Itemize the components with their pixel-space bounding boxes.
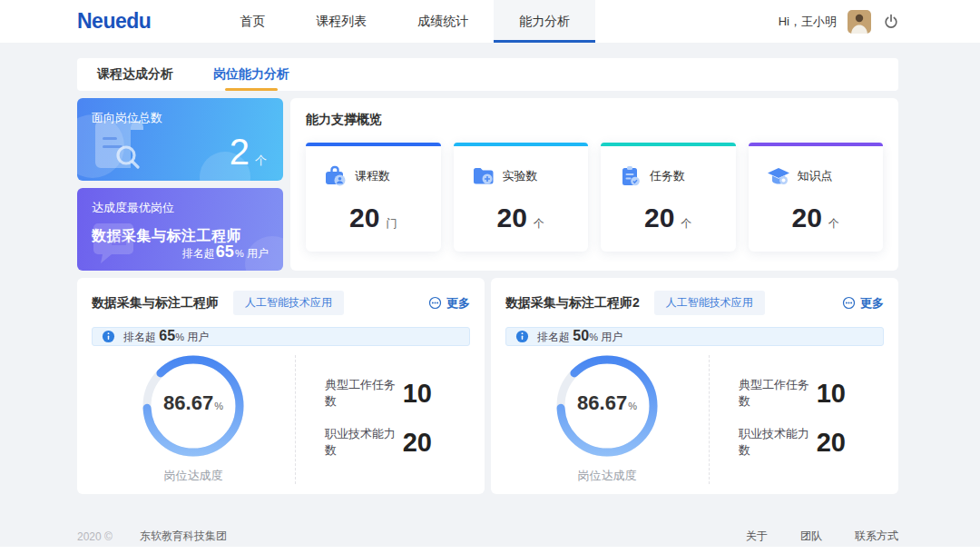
accent-strip: [749, 143, 884, 146]
more-link[interactable]: 更多: [842, 295, 884, 312]
tab-course-achievement[interactable]: 课程达成分析: [97, 58, 173, 91]
achievement-donut-section: 86.67 % 岗位达成度: [505, 355, 710, 484]
rank-text: 排名超 50% 用户: [537, 328, 622, 345]
overview-title: 能力支撑概览: [306, 112, 883, 128]
chat-bubble-icon: [92, 222, 141, 267]
stat-row-tech-abilities: 职业技术能力数 20: [325, 426, 432, 459]
course-count: 20 门: [306, 203, 441, 233]
position-panel-1: 数据采集与标注工程师 人工智能技术应用 更多 排名超 65% 用: [77, 278, 485, 494]
donut-chart: 86.67 %: [556, 355, 658, 457]
bottom-strip: [0, 547, 980, 554]
position-panel-2: 数据采集与标注工程师2 人工智能技术应用 更多 排名超 50%: [491, 278, 898, 494]
graduation-cap-icon: [767, 164, 790, 188]
overview-card-tasks: 任务数 20 个: [601, 143, 736, 252]
donut-percent: 86.67 %: [556, 355, 658, 457]
rank-info-bar: 排名超 50% 用户: [505, 327, 884, 346]
rank-info-bar: 排名超 65% 用户: [92, 327, 470, 346]
position-tag: 人工智能技术应用: [654, 291, 765, 315]
neuedu-logo: Neuedu: [77, 9, 151, 34]
top-navbar: Neuedu 首页 课程列表 成绩统计 能力分析 Hi，王小明: [0, 0, 980, 43]
analysis-tabbar: 课程达成分析 岗位能力分析: [77, 58, 898, 91]
total-positions-card: 面向岗位总数 2 个: [77, 98, 283, 181]
summary-column: 面向岗位总数 2 个: [77, 98, 283, 271]
rank-text: 排名超 65% 用户: [123, 328, 209, 345]
position-title: 数据采集与标注工程师2: [505, 295, 640, 312]
more-ellipsis-icon: [842, 296, 856, 310]
document-search-icon: [90, 117, 153, 173]
footer-links: 关于 团队 联系方式: [746, 529, 898, 544]
experiment-count: 20 个: [454, 203, 589, 233]
accent-strip: [601, 143, 736, 146]
knowledge-count: 20 个: [749, 203, 884, 233]
tab-position-ability[interactable]: 岗位能力分析: [213, 58, 289, 91]
position-stats: 典型工作任务数 10 职业技术能力数 20: [296, 355, 470, 484]
donut-label: 岗位达成度: [578, 468, 637, 484]
stat-row-typical-tasks: 典型工作任务数 10: [739, 377, 846, 410]
footer-link-team[interactable]: 团队: [800, 529, 822, 544]
achievement-donut-section: 86.67 % 岗位达成度: [92, 355, 296, 484]
footer-link-contact[interactable]: 联系方式: [855, 529, 898, 544]
position-title: 数据采集与标注工程师: [92, 295, 219, 312]
nav-item-home[interactable]: 首页: [214, 0, 290, 43]
footer-link-about[interactable]: 关于: [746, 529, 768, 544]
nav-item-grade-stats[interactable]: 成绩统计: [392, 0, 494, 43]
donut-chart: 86.67 %: [142, 355, 244, 457]
active-tab-underline: [225, 88, 278, 91]
task-count: 20 个: [601, 203, 736, 233]
copyright-year: 2020 ©: [77, 530, 113, 543]
capability-overview-panel: 能力支撑概览 课程数 20: [290, 98, 898, 271]
briefcase-icon: [324, 164, 348, 188]
nav-item-ability-analysis[interactable]: 能力分析: [494, 0, 595, 43]
more-ellipsis-icon: [428, 296, 442, 310]
overview-card-experiments: 实验数 20 个: [454, 143, 589, 252]
position-stats: 典型工作任务数 10 职业技术能力数 20: [710, 355, 884, 484]
positions-count: 2 个: [230, 134, 267, 170]
user-greeting: Hi，王小明: [779, 14, 837, 30]
logout-power-icon[interactable]: [882, 13, 900, 31]
accent-strip: [454, 143, 589, 146]
accent-strip: [306, 143, 441, 146]
position-tag: 人工智能技术应用: [233, 291, 344, 315]
info-icon: [102, 330, 115, 343]
stat-row-tech-abilities: 职业技术能力数 20: [739, 426, 846, 459]
stat-row-typical-tasks: 典型工作任务数 10: [325, 377, 432, 410]
clipboard-icon: [619, 164, 642, 188]
nav-menu: 首页 课程列表 成绩统计 能力分析: [214, 0, 595, 43]
more-link[interactable]: 更多: [428, 295, 470, 312]
card-title: 达成度最优岗位: [92, 200, 269, 216]
info-icon: [515, 330, 529, 343]
donut-percent: 86.67 %: [142, 355, 244, 457]
company-name: 东软教育科技集团: [140, 529, 227, 544]
best-position-card: 达成度最优岗位 数据采集与标注工程师 排名超65% 用户: [77, 188, 283, 271]
overview-card-knowledge: 知识点 20 个: [749, 143, 884, 252]
navbar-right: Hi，王小明: [779, 10, 900, 34]
overview-card-courses: 课程数 20 门: [306, 143, 441, 252]
rank-text: 排名超65% 用户: [182, 242, 269, 262]
donut-label: 岗位达成度: [164, 468, 223, 484]
nav-item-course-list[interactable]: 课程列表: [290, 0, 392, 43]
avatar-photo: [848, 10, 871, 34]
folder-icon: [472, 164, 495, 188]
page-footer: 2020 © 东软教育科技集团 关于 团队 联系方式: [0, 529, 980, 544]
user-avatar[interactable]: [848, 10, 871, 34]
